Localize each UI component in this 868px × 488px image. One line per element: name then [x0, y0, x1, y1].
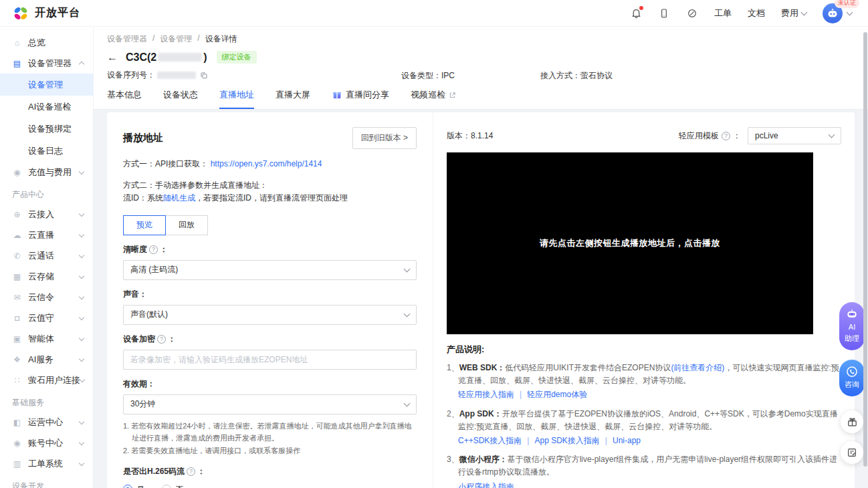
h265-no-label: 否: [175, 484, 183, 488]
sidebar-label: 萤石用户连接: [28, 374, 80, 386]
tab-device-status[interactable]: 设备状态: [163, 89, 198, 109]
product-item-app-sdk: 2、App SDK：开放平台提供了基于EZOPEN协议播放的iOS、Androi…: [447, 408, 841, 448]
tab-live-screen[interactable]: 直播大屏: [276, 89, 310, 109]
validity-select[interactable]: 30分钟: [123, 394, 417, 414]
item-text: 开放平台提供了基于EZOPEN协议播放的iOS、Android、C++等SDK，…: [458, 409, 838, 431]
video-player[interactable]: 请先点击左侧按钮生成播放地址后，点击播放: [447, 152, 813, 334]
playback-button[interactable]: 回放: [165, 215, 208, 235]
sound-select[interactable]: 声音(默认): [123, 305, 417, 325]
mini-program-guide-link[interactable]: 小程序接入指南: [458, 481, 514, 488]
sidebar-item-device-manager[interactable]: ▤ 设备管理器: [0, 53, 93, 74]
ai-assistant-button[interactable]: AI 助理: [839, 302, 865, 350]
encrypt-field: 设备加密 ? ：: [123, 334, 417, 370]
back-to-old-version-button[interactable]: 回到旧版本 >: [352, 127, 417, 149]
sidebar-item-device-management[interactable]: 设备管理: [0, 74, 93, 96]
sidebar-item-account-center[interactable]: ◉ 账号中心: [0, 433, 93, 453]
h265-field: 是否出H.265码流 ? ： 是 否: [123, 466, 417, 488]
breadcrumb-separator: /: [197, 33, 199, 45]
sidebar-item-ezviz-user-connect[interactable]: ∷ 萤石用户连接: [0, 370, 93, 390]
help-icon[interactable]: ?: [722, 132, 730, 140]
h265-no-radio[interactable]: 否: [162, 484, 183, 488]
sidebar-item-device-prebind[interactable]: 设备预绑定: [0, 118, 93, 140]
encrypt-label: 设备加密: [123, 334, 155, 345]
scrollbar-thumb[interactable]: [863, 32, 867, 467]
item-number: 3、: [447, 455, 459, 464]
compass-icon[interactable]: [686, 7, 698, 19]
verification-code-input[interactable]: [123, 350, 417, 370]
sidebar-item-ticket-system[interactable]: ▥ 工单系统: [0, 453, 93, 474]
sidebar-item-cloud-access[interactable]: ⊕ 云接入: [0, 204, 93, 225]
view-intro-link[interactable]: (前往查看介绍): [671, 363, 724, 372]
device-access-value: 萤石协议: [580, 71, 613, 80]
help-icon[interactable]: ?: [187, 467, 195, 476]
template-select[interactable]: pcLive: [748, 127, 841, 144]
user-avatar-menu[interactable]: 未认证: [823, 3, 852, 23]
h265-label: 是否出H.265码流: [123, 466, 185, 477]
sidebar-item-ai-service[interactable]: ❖ AI服务: [0, 349, 93, 370]
tab-video-inspection[interactable]: 视频巡检: [411, 89, 456, 109]
nav-billing[interactable]: 费用: [781, 7, 806, 19]
colon: ：: [168, 334, 176, 345]
consult-button[interactable]: 咨询: [839, 360, 865, 396]
sidebar-item-overview[interactable]: ⌂ 总览: [0, 32, 93, 53]
chevron-down-icon: [829, 132, 835, 138]
tab-basic-info[interactable]: 基本信息: [107, 89, 142, 109]
sidebar-item-operation-center[interactable]: ◧ 运营中心: [0, 412, 93, 433]
sidebar-item-cloud-live[interactable]: ☁ 云直播: [0, 225, 93, 245]
tab-live-address[interactable]: 直播地址: [219, 89, 254, 109]
random-generate-link[interactable]: 随机生成: [163, 193, 195, 203]
item-prefix: 微信小程序：: [459, 455, 508, 464]
nav-docs[interactable]: 文档: [748, 7, 765, 19]
nav-work-order[interactable]: 工单: [714, 7, 732, 19]
sidebar-item-agent[interactable]: ▣ 智能体: [0, 328, 93, 349]
sidebar-item-device-log[interactable]: 设备日志: [0, 140, 93, 162]
tab-live-share[interactable]: 直播间分享: [332, 89, 389, 109]
notification-bell-icon[interactable]: [630, 7, 642, 19]
item-number: 1、: [447, 363, 459, 372]
stream-id-line: 流ID：系统随机生成，若要指定流ID，请到直播流管理页面处理: [123, 192, 417, 205]
redacted-device-id: [158, 53, 202, 62]
sidebar-item-cloud-call[interactable]: ✆ 云通话: [0, 245, 93, 266]
grid-icon: ∷: [12, 376, 22, 385]
sidebar-item-recharge[interactable]: ◉ 充值与费用: [0, 162, 93, 182]
uni-app-link[interactable]: Uni-app: [613, 435, 641, 447]
api-help-link[interactable]: https://open.ys7.com/help/1414: [211, 159, 322, 168]
gift-activity-button[interactable]: [841, 410, 863, 433]
copy-icon[interactable]: [200, 72, 208, 80]
pinwheel-logo-icon: [12, 5, 29, 22]
mobile-app-icon[interactable]: [658, 7, 670, 19]
player-placeholder-text: 请先点击左侧按钮生成播放地址后，点击播放: [540, 237, 720, 249]
link-separator: |: [527, 435, 529, 447]
sidebar-item-ai-device-inspection[interactable]: AI设备巡检: [0, 96, 93, 118]
platform-logo[interactable]: 开放平台: [12, 5, 80, 22]
feedback-button[interactable]: [841, 441, 863, 464]
clarity-field: 清晰度 ? ： 高清 (主码流): [123, 244, 417, 280]
sidebar-label: 设备管理器: [28, 57, 72, 70]
stream-id-text-after: ，若要指定流ID，请到直播流管理页面处理: [195, 193, 348, 203]
sidebar-item-cloud-storage[interactable]: ▦ 云存储: [0, 266, 93, 287]
help-icon[interactable]: ?: [149, 245, 158, 254]
help-icon[interactable]: ?: [157, 335, 166, 344]
sidebar-item-cloud-signal[interactable]: ✉ 云信令: [0, 287, 93, 308]
clarity-select[interactable]: 高清 (主码流): [123, 260, 417, 280]
chevron-down-icon: [79, 335, 84, 340]
chart-icon: ◧: [12, 418, 22, 427]
ai-assistant-label: AI: [849, 323, 855, 332]
back-arrow[interactable]: ←: [107, 52, 118, 63]
light-app-demo-link[interactable]: 轻应用demo体验: [527, 388, 587, 401]
preview-button[interactable]: 预览: [123, 215, 166, 235]
cpp-sdk-guide-link[interactable]: C++SDK接入指南: [458, 435, 522, 447]
sidebar-item-cloud-guard[interactable]: ◘ 云值守: [0, 308, 93, 328]
device-title: C3C(2 ): [126, 51, 207, 64]
template-value: pcLive: [755, 131, 778, 140]
breadcrumb-current: 设备详情: [205, 33, 237, 45]
product-item-wechat-mini: 3、微信小程序：基于微信小程序官方live-player组件集成，用户无需申请l…: [447, 453, 841, 488]
sound-field: 声音： 声音(默认): [123, 289, 417, 325]
chevron-down-icon: [847, 9, 853, 15]
breadcrumb-device-management[interactable]: 设备管理: [160, 33, 192, 45]
light-app-guide-link[interactable]: 轻应用接入指南: [458, 388, 514, 401]
breadcrumb-device-manager[interactable]: 设备管理器: [107, 33, 147, 45]
ai-service-icon: ❖: [12, 355, 22, 364]
h265-yes-radio[interactable]: 是: [123, 484, 144, 488]
app-sdk-guide-link[interactable]: App SDK接入指南: [534, 435, 599, 447]
